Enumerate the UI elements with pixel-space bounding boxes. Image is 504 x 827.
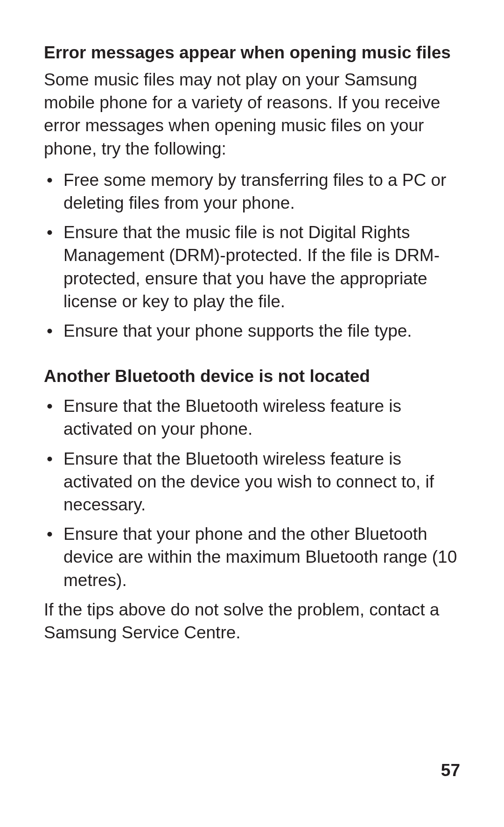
list-item: Ensure that the Bluetooth wireless featu… — [44, 447, 462, 516]
list-item: Ensure that the music file is not Digita… — [44, 221, 462, 313]
list-item: Ensure that your phone and the other Blu… — [44, 523, 462, 592]
list-item: Ensure that your phone supports the file… — [44, 319, 462, 342]
document-page: Error messages appear when opening music… — [0, 0, 504, 827]
list-item: Free some memory by transferring files t… — [44, 169, 462, 214]
section1-heading: Error messages appear when opening music… — [44, 41, 462, 64]
section2-list: Ensure that the Bluetooth wireless featu… — [44, 395, 462, 592]
page-number: 57 — [441, 761, 460, 780]
list-item: Ensure that the Bluetooth wireless featu… — [44, 395, 462, 440]
section1-list: Free some memory by transferring files t… — [44, 169, 462, 342]
section2-heading: Another Bluetooth device is not located — [44, 365, 462, 388]
section2-closing: If the tips above do not solve the probl… — [44, 598, 462, 644]
section1-intro: Some music files may not play on your Sa… — [44, 68, 462, 160]
